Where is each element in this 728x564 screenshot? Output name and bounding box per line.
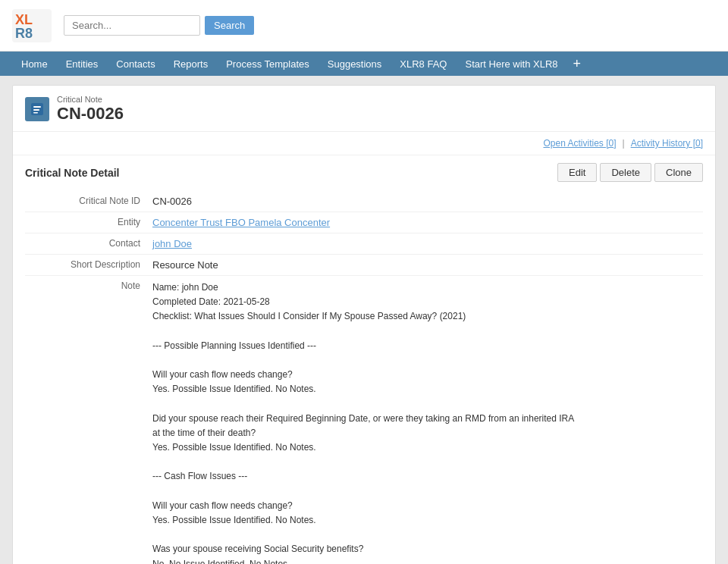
nav-entities[interactable]: Entities xyxy=(57,52,108,76)
note-line: Will your cash flow needs change? xyxy=(152,499,697,513)
activities-separator: | xyxy=(623,138,625,149)
svg-rect-5 xyxy=(33,109,39,111)
note-line: Checklist: What Issues Should I Consider… xyxy=(152,309,697,324)
nav-home[interactable]: Home xyxy=(12,52,57,76)
field-value-id: CN-0026 xyxy=(146,191,703,212)
nav-xlr8-faq[interactable]: XLR8 FAQ xyxy=(391,52,456,76)
svg-rect-6 xyxy=(33,112,38,114)
note-line: --- Possible Planning Issues Identified … xyxy=(152,339,697,353)
activity-history-link[interactable]: Activity History [0] xyxy=(631,138,703,149)
detail-section: Critical Note Detail Edit Delete Clone C… xyxy=(13,155,715,564)
field-label-note: Note xyxy=(25,276,146,565)
note-line: Will your cash flow needs change? xyxy=(152,368,697,382)
note-line: No. No Issue Identified. No Notes. xyxy=(152,557,697,564)
record-id: CN-0026 xyxy=(57,104,124,124)
field-value-contact: john Doe xyxy=(146,233,703,255)
note-line: Completed Date: 2021-05-28 xyxy=(152,295,697,309)
field-table: Critical Note ID CN-0026 Entity Concente… xyxy=(25,191,703,564)
detail-title: Critical Note Detail xyxy=(25,167,119,179)
edit-button[interactable]: Edit xyxy=(557,163,597,182)
main-content: Critical Note CN-0026 Open Activities [0… xyxy=(12,85,716,564)
nav-start-here[interactable]: Start Here with XLR8 xyxy=(456,52,566,76)
note-line: Did your spouse reach their Required Beg… xyxy=(152,412,697,426)
field-label-entity: Entity xyxy=(25,212,146,233)
detail-actions: Edit Delete Clone xyxy=(557,163,703,182)
field-value-entity: Concenter Trust FBO Pamela Concenter xyxy=(146,212,703,233)
field-label-id: Critical Note ID xyxy=(25,191,146,212)
field-row-id: Critical Note ID CN-0026 xyxy=(25,191,703,212)
field-label-contact: Contact xyxy=(25,233,146,255)
record-header: Critical Note CN-0026 xyxy=(13,86,715,132)
entity-link[interactable]: Concenter Trust FBO Pamela Concenter xyxy=(152,217,330,228)
activities-bar: Open Activities [0] | Activity History [… xyxy=(13,132,715,155)
top-bar: XL R8 Search xyxy=(0,0,728,52)
field-row-note: Note Name: john DoeCompleted Date: 2021-… xyxy=(25,276,703,565)
detail-header: Critical Note Detail Edit Delete Clone xyxy=(25,163,703,182)
field-value-short-desc: Resource Note xyxy=(146,255,703,276)
contact-link[interactable]: john Doe xyxy=(152,238,192,249)
search-button[interactable]: Search xyxy=(205,16,254,35)
field-row-short-desc: Short Description Resource Note xyxy=(25,255,703,276)
nav-contacts[interactable]: Contacts xyxy=(107,52,164,76)
record-type-label: Critical Note xyxy=(57,95,124,104)
field-row-entity: Entity Concenter Trust FBO Pamela Concen… xyxy=(25,212,703,233)
note-line: Was your spouse receiving Social Securit… xyxy=(152,542,697,556)
note-line: Yes. Possible Issue Identified. No Notes… xyxy=(152,440,697,455)
note-line: Name: john Doe xyxy=(152,280,697,295)
field-value-note: Name: john DoeCompleted Date: 2021-05-28… xyxy=(146,276,703,565)
nav-process-templates[interactable]: Process Templates xyxy=(217,52,318,76)
search-area: Search xyxy=(64,15,254,36)
nav-plus-button[interactable]: + xyxy=(567,56,588,72)
record-icon xyxy=(25,97,49,121)
svg-rect-4 xyxy=(33,106,41,108)
svg-text:R8: R8 xyxy=(15,26,33,41)
clone-button[interactable]: Clone xyxy=(654,163,703,182)
field-label-short-desc: Short Description xyxy=(25,255,146,276)
note-line: at the time of their death? xyxy=(152,426,697,440)
logo: XL R8 xyxy=(12,9,52,42)
note-line: Yes. Possible Issue Identified. No Notes… xyxy=(152,382,697,396)
nav-reports[interactable]: Reports xyxy=(165,52,218,76)
note-line: --- Cash Flow Issues --- xyxy=(152,469,697,484)
open-activities-link[interactable]: Open Activities [0] xyxy=(543,138,616,149)
nav-bar: Home Entities Contacts Reports Process T… xyxy=(0,52,728,76)
search-input[interactable] xyxy=(64,15,200,36)
field-row-contact: Contact john Doe xyxy=(25,233,703,255)
note-line: Yes. Possible Issue Identified. No Notes… xyxy=(152,513,697,528)
svg-text:XL: XL xyxy=(15,12,33,27)
nav-suggestions[interactable]: Suggestions xyxy=(318,52,391,76)
delete-button[interactable]: Delete xyxy=(600,163,651,182)
record-title-area: Critical Note CN-0026 xyxy=(57,95,124,124)
